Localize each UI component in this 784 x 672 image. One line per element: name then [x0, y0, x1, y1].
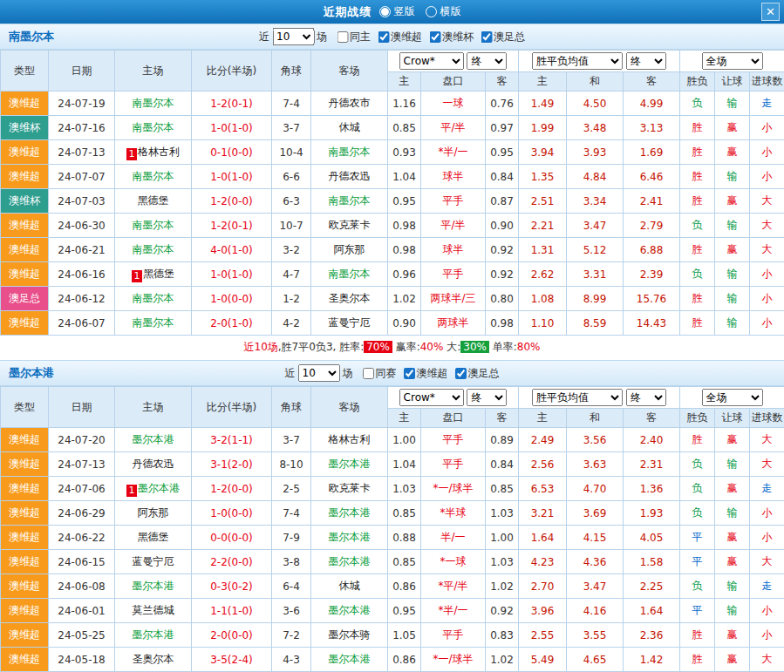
away-team-cell: 墨尔本港 — [311, 550, 388, 574]
mean-lose-odds: 1.93 — [624, 501, 680, 526]
result-outcome: 胜 — [680, 428, 715, 452]
layout-option-vertical[interactable]: 竖版 — [379, 4, 415, 19]
mean-win-odds: 3.96 — [519, 599, 567, 623]
asian-handicap-line: 平手 — [421, 452, 486, 477]
mean-odds-select[interactable]: 胜平负均值 — [532, 389, 623, 406]
match-count-select[interactable]: 10 — [298, 364, 340, 382]
match-row: 澳维超24-07-19南墨尔本1-2(0-1)7-4丹德农市1.16一球0.76… — [1, 92, 784, 116]
sub-header-away-odds: 客 — [486, 409, 519, 428]
team-name-text: 阿东那 — [334, 243, 365, 255]
home-team-cell: 蓝曼宁厄 — [115, 550, 192, 574]
mean-win-odds: 2.62 — [519, 262, 567, 287]
match-date: 24-07-20 — [49, 428, 115, 452]
bookmaker-select[interactable]: Crow* — [399, 389, 464, 406]
result-goals: 小 — [750, 165, 784, 189]
checkbox-label: 澳维杯 — [442, 30, 474, 44]
home-team-cell: 丹德农迅 — [115, 452, 192, 477]
checkbox-input[interactable] — [455, 368, 467, 379]
mean-lose-odds: 2.36 — [624, 623, 680, 648]
filter-checkbox[interactable]: 同赛 — [363, 366, 397, 381]
asian-away-odds: 0.87 — [486, 189, 519, 214]
result-handicap: 输 — [715, 311, 750, 336]
dialog-title: 近期战绩 — [324, 4, 372, 20]
match-date: 24-06-30 — [49, 214, 115, 238]
home-team-cell: 墨尔本港 — [115, 623, 192, 648]
mean-odds-select[interactable]: 胜平负均值 — [532, 52, 623, 70]
result-goals: 走 — [750, 574, 784, 599]
sub-header-handicap: 盘口 — [421, 72, 486, 92]
asian-odds-header: Crow* 终 — [388, 51, 519, 72]
filter-checkbox[interactable]: 澳足总 — [455, 366, 500, 381]
team-name-text: 墨尔本港 — [133, 580, 174, 592]
mean-time-select[interactable]: 终 — [626, 389, 666, 406]
mean-time-select[interactable]: 终 — [626, 52, 666, 70]
checkbox-input[interactable] — [481, 31, 492, 43]
match-date: 24-07-16 — [49, 116, 115, 140]
checkbox-label: 澳足总 — [468, 366, 500, 381]
checkbox-input[interactable] — [429, 31, 440, 43]
result-outcome: 胜 — [680, 648, 715, 672]
checkbox-input[interactable] — [378, 31, 389, 43]
team-name-text: 蓝曼宁厄 — [133, 555, 174, 567]
bookmaker-select[interactable]: Crow* — [399, 52, 464, 70]
match-row: 澳维超24-06-21南墨尔本4-0(1-0)3-2阿东那0.98球半0.921… — [1, 238, 784, 262]
mean-odds-header: 胜平负均值 终 — [519, 387, 680, 409]
sub-header-result: 胜负 — [680, 72, 715, 92]
scope-select[interactable]: 全场 — [702, 389, 763, 406]
mean-win-odds: 3.21 — [519, 501, 567, 526]
mean-lose-odds: 2.79 — [624, 214, 680, 238]
mean-win-odds: 2.51 — [519, 189, 567, 214]
col-header-home: 主场 — [115, 387, 192, 428]
corner-cell: 3-7 — [272, 428, 311, 452]
mean-lose-odds: 2.41 — [624, 189, 680, 214]
result-outcome: 负 — [680, 214, 715, 238]
asian-odds-header: Crow* 终 — [388, 387, 519, 409]
checkbox-input[interactable] — [337, 31, 348, 43]
odds-time-select[interactable]: 终 — [467, 389, 507, 406]
sub-header-handicap: 盘口 — [421, 409, 486, 428]
asian-handicap-line: *一/球半 — [421, 477, 486, 501]
mean-lose-odds: 6.88 — [624, 238, 680, 262]
result-goals: 走 — [750, 92, 784, 116]
close-button[interactable]: ✕ — [761, 3, 780, 21]
matches-table: 类型 日期 主场 比分(半场) 角球 客场 Crow* 终 胜平负均值 终 — [0, 386, 784, 672]
score-cell: 2-2(0-0) — [192, 550, 272, 574]
filter-checkbox[interactable]: 澳维超 — [404, 366, 448, 381]
layout-option-horizontal[interactable]: 横版 — [426, 4, 461, 19]
summary-stat-label: 大: — [443, 340, 460, 355]
filter-checkbox[interactable]: 澳足总 — [481, 30, 525, 44]
unit-label: 场 — [317, 30, 327, 44]
mean-lose-odds: 1.64 — [624, 599, 680, 623]
away-team-cell: 欧克莱卡 — [311, 214, 388, 238]
checkbox-input[interactable] — [404, 368, 415, 379]
away-team-cell: 丹德农迅 — [311, 165, 388, 189]
away-team-cell: 墨尔本港 — [311, 648, 388, 672]
checkbox-label: 同主 — [350, 30, 371, 44]
filter-checkbox[interactable]: 澳维杯 — [429, 30, 474, 44]
match-row: 澳维超24-06-01莫兰德城1-1(1-0)3-6墨尔本港0.95*半/一0.… — [1, 599, 784, 623]
league-badge: 澳维超 — [1, 238, 49, 262]
result-goals: 大 — [750, 452, 784, 477]
result-handicap: 输 — [715, 452, 750, 477]
asian-away-odds: 0.80 — [486, 287, 519, 311]
asian-away-odds: 0.90 — [486, 214, 519, 238]
asian-home-odds: 0.96 — [388, 262, 421, 287]
scope-select[interactable]: 全场 — [702, 52, 763, 70]
away-team-cell: 墨尔本港 — [311, 452, 388, 477]
asian-home-odds: 0.90 — [388, 311, 421, 336]
asian-home-odds: 1.03 — [388, 477, 421, 501]
result-handicap: 赢 — [715, 116, 750, 140]
filter-checkbox[interactable]: 澳维超 — [378, 30, 422, 44]
odds-time-select[interactable]: 终 — [467, 52, 507, 70]
score-cell: 3-2(1-1) — [192, 428, 272, 452]
match-count-select[interactable]: 10 — [272, 28, 314, 45]
score-cell: 1-2(0-0) — [192, 477, 272, 501]
filter-checkbox[interactable]: 同主 — [337, 30, 371, 44]
asian-away-odds: 1.03 — [486, 501, 519, 526]
checkbox-input[interactable] — [363, 368, 374, 379]
mean-lose-odds: 1.36 — [624, 477, 680, 501]
result-handicap: 赢 — [715, 526, 750, 550]
asian-home-odds: 0.85 — [388, 116, 421, 140]
result-handicap: 输 — [715, 92, 750, 116]
mean-lose-odds: 15.76 — [624, 287, 680, 311]
